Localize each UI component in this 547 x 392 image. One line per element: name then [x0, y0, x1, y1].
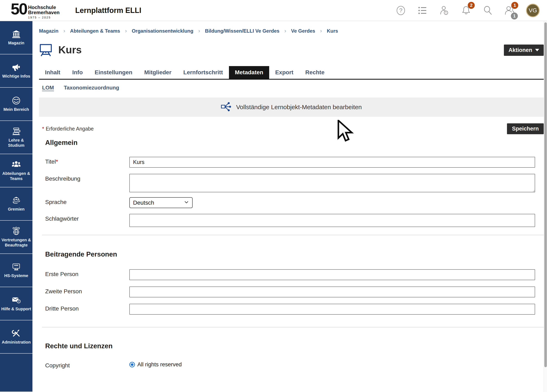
subtab-taxonomiezuordnung[interactable]: Taxonomiezuordnung: [64, 85, 119, 91]
overview-list-button[interactable]: [417, 5, 428, 16]
contacts-button[interactable]: 1 1: [504, 5, 515, 16]
sidebar-item-hs-systeme[interactable]: *** HS-Systeme: [0, 254, 33, 287]
breadcrumb-item-magazin[interactable]: Magazin: [39, 28, 59, 34]
beschreibung-label: Beschreibung: [45, 174, 129, 182]
search-icon: [483, 5, 493, 16]
university-logo[interactable]: 50 Hochschule Bremerhaven 1975 – 2025: [11, 2, 60, 19]
form-toolbar: *Erforderliche Angabe Speichern: [39, 123, 544, 134]
assembly-icon: [12, 196, 21, 205]
sidebar-item-hilfe-support[interactable]: ? Hilfe & Support: [0, 287, 33, 320]
topbar-icon-group: ?: [396, 4, 540, 17]
tab-rechte[interactable]: Rechte: [299, 66, 330, 79]
section-heading-rechte: Rechte und Lizenzen: [45, 342, 544, 350]
logo-50-text: 50: [11, 2, 27, 16]
breadcrumb-item-ve-gerdes[interactable]: Ve Gerdes: [291, 28, 315, 34]
awareness-button[interactable]: !: [439, 5, 450, 16]
breadcrumb-item-kurs[interactable]: Kurs: [327, 28, 338, 34]
logo-line2: Bremerhaven: [28, 10, 60, 15]
scrollbar-thumb[interactable]: [544, 22, 547, 367]
books-icon: [12, 127, 21, 136]
schlagwoerter-input[interactable]: [129, 214, 535, 227]
dritte-person-input[interactable]: [129, 304, 535, 315]
copyright-radio[interactable]: [129, 362, 135, 367]
actions-button[interactable]: Aktionen: [504, 45, 544, 56]
people-group-icon: [12, 160, 21, 169]
breadcrumb-separator-icon: ›: [284, 28, 286, 34]
sidebar-item-magazin[interactable]: Magazin: [0, 21, 33, 54]
copyright-label: Copyright: [45, 361, 129, 369]
section-divider: [42, 235, 544, 235]
app-title: Lernplattform ELLI: [75, 6, 141, 15]
section-allgemein: Allgemein Titel* Beschreibung Sprache: [39, 139, 544, 227]
user-avatar[interactable]: VG: [526, 4, 540, 17]
sidebar-item-vertretungen-beauftragte[interactable]: Vertretungen & Beauftragte: [0, 221, 33, 254]
help-button[interactable]: ?: [396, 5, 406, 16]
sidebar-label: Administration: [1, 340, 32, 345]
user-alert-icon: !: [439, 5, 450, 16]
zweite-person-label: Zweite Person: [45, 286, 129, 295]
app-window: 50 Hochschule Bremerhaven 1975 – 2025 Le…: [0, 0, 547, 392]
notifications-button[interactable]: 2: [461, 5, 472, 16]
titel-label: Titel*: [45, 157, 129, 165]
smiley-icon: [12, 96, 21, 105]
search-button[interactable]: [483, 5, 493, 16]
sidebar-item-wichtige-infos[interactable]: Wichtige Infos: [0, 54, 33, 88]
svg-text:?: ?: [399, 7, 403, 14]
breadcrumb-separator-icon: ›: [125, 28, 127, 34]
sidebar-filler: [0, 354, 33, 392]
breadcrumb-separator-icon: ›: [198, 28, 200, 34]
edit-full-metadata-banner[interactable]: Vollständige Lernobjekt-Metadaten bearbe…: [39, 97, 544, 117]
course-board-icon: [39, 43, 53, 57]
sidebar-label: Magazin: [1, 41, 32, 46]
erste-person-input[interactable]: [129, 269, 535, 280]
notification-badge: 2: [468, 2, 475, 9]
sidebar-label: Lehre & Studium: [1, 138, 32, 148]
erste-person-label: Erste Person: [45, 269, 129, 277]
tab-inhalt[interactable]: Inhalt: [39, 66, 66, 79]
logo-line1: Hochschule: [28, 5, 60, 10]
dritte-person-label: Dritte Person: [45, 304, 129, 312]
field-row-copyright: Copyright All rights reserved: [45, 361, 544, 369]
tab-info[interactable]: Info: [66, 66, 89, 79]
vertical-scrollbar: [544, 21, 547, 392]
breadcrumb-separator-icon: ›: [63, 28, 65, 34]
sidebar-item-gremien[interactable]: Gremien: [0, 187, 33, 221]
field-row-zweite-person: Zweite Person: [45, 286, 544, 297]
svg-text:!: !: [445, 11, 446, 14]
breadcrumb-item-abteilungen-teams[interactable]: Abteilungen & Teams: [70, 28, 120, 34]
tab-mitglieder[interactable]: Mitglieder: [138, 66, 178, 79]
subtab-lom[interactable]: LOM: [42, 85, 54, 91]
tab-lernfortschritt[interactable]: Lernfortschritt: [178, 66, 229, 79]
beschreibung-textarea[interactable]: [129, 174, 535, 192]
page-title: Kurs: [58, 44, 82, 56]
top-bar: 50 Hochschule Bremerhaven 1975 – 2025 Le…: [0, 0, 547, 21]
breadcrumb-item-bildung-wissen[interactable]: Bildung/Wissen/ELLI Ve Gerdes: [205, 28, 280, 34]
help-icon: ?: [396, 6, 406, 15]
bank-icon: [12, 30, 21, 39]
section-heading-allgemein: Allgemein: [45, 139, 544, 147]
sidebar-item-abteilungen-teams[interactable]: Abteilungen & Teams: [0, 154, 33, 187]
sidebar-item-mein-bereich[interactable]: Mein Bereich: [0, 88, 33, 121]
tools-icon: [12, 329, 21, 338]
main-content: Magazin › Abteilungen & Teams › Organisa…: [33, 21, 547, 392]
main-sidebar: Magazin Wichtige Infos: [0, 21, 33, 392]
field-row-dritte-person: Dritte Person: [45, 304, 544, 315]
section-heading-beitragende: Beitragende Personen: [45, 250, 544, 258]
field-row-erste-person: Erste Person: [45, 269, 544, 280]
zweite-person-input[interactable]: [129, 286, 535, 297]
sidebar-item-lehre-studium[interactable]: Lehre & Studium: [0, 121, 33, 154]
titel-input[interactable]: [129, 157, 535, 168]
section-divider: [42, 327, 544, 327]
breadcrumb-item-organisationsentwicklung[interactable]: Organisationsentwicklung: [132, 28, 193, 34]
sidebar-label: Wichtige Infos: [1, 74, 32, 79]
tab-einstellungen[interactable]: Einstellungen: [89, 66, 138, 79]
tab-metadaten[interactable]: Metadaten: [229, 66, 269, 79]
save-button[interactable]: Speichern: [507, 123, 544, 134]
sidebar-label: Gremien: [1, 207, 32, 212]
tab-export[interactable]: Export: [269, 66, 299, 79]
sidebar-item-administration[interactable]: Administration: [0, 320, 33, 354]
field-row-sprache: Sprache Deutsch: [45, 197, 544, 208]
sidebar-label: Mein Bereich: [1, 107, 32, 112]
sprache-select[interactable]: Deutsch: [129, 197, 193, 208]
field-row-titel: Titel*: [45, 157, 544, 168]
